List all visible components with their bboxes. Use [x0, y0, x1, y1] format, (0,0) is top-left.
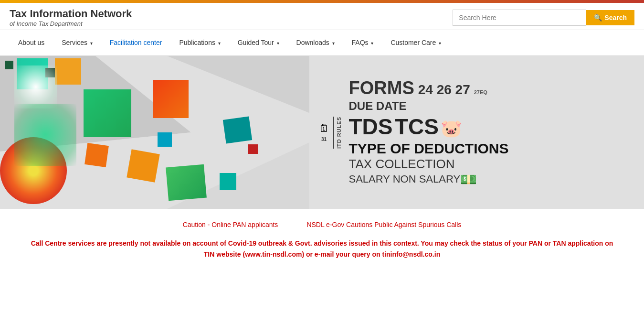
banner-info: 🗓 31 ITD RULES FORMS 24 26 27 27EQ DUE D…	[309, 56, 644, 209]
nav-item-publications[interactable]: Publications ▾	[170, 30, 229, 55]
tcs-label: TCS	[395, 114, 439, 139]
header: Tax Information Network of Income Tax De…	[0, 3, 644, 30]
logo-title-line1: Tax Information Network	[10, 8, 132, 20]
dropdown-arrow-icon: ▾	[275, 41, 279, 46]
deco-square	[84, 89, 131, 137]
nav-list: About usServices ▾Facilitation centerPub…	[10, 30, 634, 55]
notices-section: Caution - Online PAN applicants NSDL e-G…	[0, 209, 644, 271]
tds-label: TDS	[349, 114, 393, 139]
banner-row6: SALARY NON SALARY 💵	[349, 172, 634, 187]
search-input[interactable]	[453, 10, 586, 26]
alert-text: Call Centre services are presently not a…	[10, 233, 634, 264]
banner-row2: DUE DATE	[349, 99, 634, 113]
nav-item-about-us[interactable]: About us	[10, 30, 53, 55]
deco-square	[223, 117, 252, 144]
banner-row4: TYPE OF DEDUCTIONS	[349, 141, 634, 157]
deco-square	[158, 132, 172, 147]
salary-non-salary-label: SALARY NON SALARY	[349, 173, 461, 185]
deco-square	[5, 61, 13, 69]
banner-visual	[0, 56, 309, 209]
tax-collection-label: TAX COLLECTION	[349, 157, 455, 171]
banner: 🗓 31 ITD RULES FORMS 24 26 27 27EQ DUE D…	[0, 56, 644, 209]
deco-square	[248, 144, 258, 154]
money-icon: 💵	[460, 172, 477, 187]
dropdown-arrow-icon: ▾	[331, 41, 335, 46]
deco-square	[220, 173, 236, 190]
deco-square	[153, 80, 189, 118]
deco-square	[55, 58, 81, 85]
deco-square	[84, 143, 109, 167]
nav-item-faqs[interactable]: FAQs ▾	[343, 30, 382, 55]
nav-item-facilitation-center[interactable]: Facilitation center	[101, 30, 171, 55]
calendar-icon: 🗓	[319, 122, 329, 135]
type-deductions-label: TYPE OF DEDUCTIONS	[349, 141, 509, 157]
nav-item-services[interactable]: Services ▾	[53, 30, 101, 55]
deco-square	[166, 164, 207, 201]
search-icon: 🔍	[594, 14, 602, 22]
deco-square	[127, 150, 160, 183]
dropdown-arrow-icon: ▾	[89, 41, 93, 46]
notice-links: Caution - Online PAN applicants NSDL e-G…	[10, 216, 634, 233]
navigation: About usServices ▾Facilitation centerPub…	[0, 30, 644, 56]
search-area: 🔍 Search	[453, 10, 634, 26]
forms-label: FORMS	[349, 78, 414, 98]
logo-area: Tax Information Network of Income Tax De…	[10, 8, 132, 27]
notice-link-2[interactable]: NSDL e-Gov Cautions Public Against Spuri…	[306, 221, 461, 228]
day-31: 31	[321, 137, 327, 142]
itd-rules-label: ITD RULES	[333, 117, 342, 149]
deco-circle	[14, 104, 76, 166]
dropdown-arrow-icon: ▾	[437, 41, 441, 46]
notice-link-1[interactable]: Caution - Online PAN applicants	[183, 221, 278, 228]
nav-item-downloads[interactable]: Downloads ▾	[288, 30, 343, 55]
banner-row1: FORMS 24 26 27 27EQ	[349, 78, 634, 98]
banner-info-right: FORMS 24 26 27 27EQ DUE DATE TDS TCS 🐷 T…	[349, 78, 634, 187]
banner-row5: TAX COLLECTION	[349, 157, 634, 172]
forms-numbers: 24 26 27	[418, 82, 470, 97]
banner-info-left: 🗓 31 ITD RULES	[319, 117, 342, 149]
deco-circle	[14, 65, 57, 108]
nav-item-customer-care[interactable]: Customer Care ▾	[382, 30, 450, 55]
forms-eq: 27EQ	[474, 89, 487, 95]
banner-row3: TDS TCS 🐷	[349, 114, 634, 140]
nav-item-guided-tour[interactable]: Guided Tour ▾	[229, 30, 288, 55]
logo-title-line2: of Income Tax Department	[10, 20, 132, 27]
piggy-icon: 🐷	[441, 119, 462, 138]
search-button[interactable]: 🔍 Search	[586, 10, 634, 25]
due-date-label: DUE DATE	[349, 99, 407, 112]
search-button-label: Search	[604, 14, 627, 22]
dropdown-arrow-icon: ▾	[370, 41, 374, 46]
dropdown-arrow-icon: ▾	[217, 41, 221, 46]
